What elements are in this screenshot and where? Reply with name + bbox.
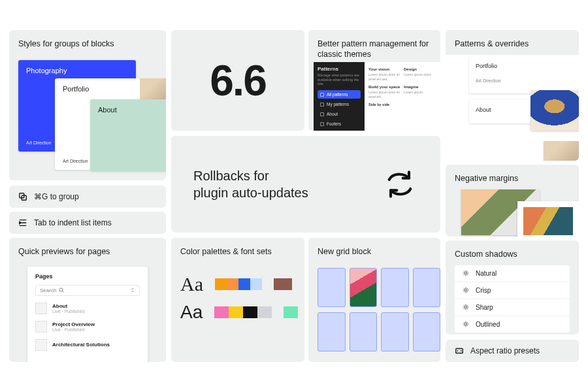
tile-patterns-overrides: Patterns & overrides Portfolio Art Direc…	[446, 30, 579, 161]
grid-cell[interactable]	[381, 268, 409, 307]
panel-heading: Pages	[35, 273, 140, 280]
override-image-strip	[544, 141, 579, 161]
sidebar-desc: Manage what patterns are available when …	[318, 73, 361, 86]
font-sample-sans: Aa	[180, 302, 203, 323]
sun-icon	[463, 321, 469, 327]
tile-title: Quick previews for pages	[9, 238, 166, 263]
tile-title: Styles for groups of blocks	[9, 30, 166, 55]
aspect-ratio-icon	[455, 346, 464, 355]
sidebar-item-label: Footers	[327, 122, 341, 126]
card-title: About	[90, 99, 166, 120]
tile-negative-margins: Negative margins	[446, 165, 579, 237]
hint-label: Aspect ratio presets	[470, 346, 540, 355]
tile-rollbacks: Rollbacks forplugin auto-updates	[171, 136, 440, 233]
grid-cell-image[interactable]	[350, 268, 378, 307]
page-name: About	[52, 303, 84, 309]
card-subtitle: Art Direction	[26, 140, 52, 145]
swatch	[227, 278, 238, 290]
sort-icon[interactable]	[130, 287, 135, 293]
search-icon	[59, 287, 64, 293]
shadow-label: Crisp	[476, 287, 491, 294]
shadow-option-natural[interactable]: Natural	[455, 265, 570, 282]
sidebar-item-about[interactable]: About	[318, 110, 361, 118]
page-name: Project Overview	[52, 321, 95, 327]
doc-footer: Side by side	[368, 103, 436, 106]
hint-label: ⌘G to group	[34, 192, 79, 201]
sidebar-item-label: My patterns	[327, 102, 349, 106]
grid-cell[interactable]	[381, 312, 409, 351]
svg-point-5	[465, 306, 467, 308]
sidebar-item-label: All patterns	[327, 92, 348, 97]
swatch	[243, 306, 257, 318]
tile-grid-block: New grid block	[308, 238, 440, 362]
svg-point-6	[465, 323, 467, 325]
tile-custom-shadows: Custom shadows Natural Crisp Sharp Outli…	[446, 240, 579, 335]
grid-cell[interactable]	[413, 312, 441, 351]
version-number: 6.6	[210, 56, 266, 105]
shadow-option-outlined[interactable]: Outlined	[455, 316, 570, 333]
card-subtitle: Art Direction	[476, 78, 572, 83]
shadow-label: Sharp	[476, 304, 493, 311]
hint-group-shortcut: ⌘G to group	[9, 186, 166, 208]
sidebar-title: Patterns	[318, 66, 361, 72]
group-icon	[18, 192, 27, 201]
tile-version: 6.6	[171, 30, 304, 131]
sidebar-item-footers[interactable]: Footers	[318, 120, 361, 128]
doc-heading: Design	[404, 67, 436, 71]
hint-label: Tab to indent list items	[34, 218, 112, 227]
grid-cell[interactable]	[318, 312, 346, 351]
page-meta: Live · Published	[52, 309, 84, 314]
page-name: Architectural Solutions	[52, 342, 110, 348]
grid-cell[interactable]	[318, 268, 346, 307]
tile-styles-groups: Styles for groups of blocks Photography …	[9, 30, 166, 180]
font-sample-serif: Aa	[180, 273, 203, 295]
sun-icon	[463, 270, 469, 276]
override-image-sofa	[531, 90, 579, 131]
sidebar-item-label: About	[327, 112, 338, 116]
page-row[interactable]: Project Overview Live · Published	[35, 321, 140, 333]
shadow-list: Natural Crisp Sharp Outlined	[455, 265, 570, 333]
shadow-label: Natural	[476, 270, 497, 277]
tile-title: Custom shadows	[446, 240, 579, 265]
doc-heading: Imagine	[404, 85, 436, 89]
style-card-about: About	[90, 99, 166, 171]
page-thumbnail	[35, 302, 47, 314]
override-card-portfolio: Portfolio Art Direction	[469, 56, 579, 93]
pages-panel: Pages Search About Live · Published Proj…	[27, 267, 148, 362]
shadow-label: Outlined	[476, 321, 500, 328]
tile-title: Color palettes & font sets	[171, 238, 304, 263]
hint-aspect-ratio: Aspect ratio presets	[446, 340, 579, 362]
rollbacks-text: Rollbacks forplugin auto-updates	[193, 167, 308, 201]
tile-pattern-management: Better pattern management for classic th…	[308, 30, 440, 131]
swatch	[250, 278, 262, 290]
page-thumbnail	[35, 339, 47, 351]
swatch	[274, 278, 292, 290]
swatch	[229, 306, 243, 318]
card-subtitle: Art Direction	[63, 159, 88, 163]
grid-row	[318, 312, 440, 351]
svg-point-3	[465, 272, 467, 274]
grid-cell[interactable]	[350, 312, 378, 351]
shadow-option-sharp[interactable]: Sharp	[455, 299, 570, 316]
hint-tab-indent: Tab to indent list items	[9, 212, 166, 234]
sidebar-item-all-patterns[interactable]: All patterns	[318, 90, 361, 99]
palette-2b	[284, 306, 298, 318]
shadow-option-crisp[interactable]: Crisp	[455, 282, 570, 299]
page-row[interactable]: About Live · Published	[35, 302, 140, 314]
page-thumbnail	[35, 321, 47, 333]
grid-row	[318, 268, 440, 307]
sun-icon	[463, 287, 469, 293]
svg-rect-7	[456, 349, 463, 353]
tile-title: New grid block	[308, 238, 440, 263]
swatch	[215, 278, 227, 290]
page-row[interactable]: Architectural Solutions	[35, 339, 140, 351]
doc-heading: Build your space	[368, 85, 401, 89]
swatch	[238, 278, 250, 290]
card-title: Portfolio	[476, 63, 572, 69]
page-meta: Live · Published	[52, 327, 95, 332]
sidebar-item-my-patterns[interactable]: My patterns	[318, 100, 361, 108]
pages-search-input[interactable]: Search	[35, 285, 140, 296]
grid-cell[interactable]	[413, 268, 441, 307]
tile-color-fonts: Color palettes & font sets Aa Aa	[171, 238, 304, 362]
swatch	[214, 306, 229, 318]
